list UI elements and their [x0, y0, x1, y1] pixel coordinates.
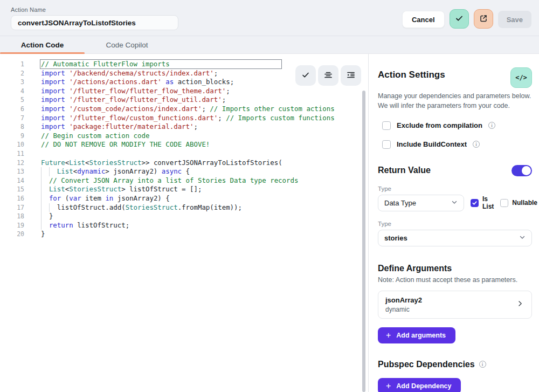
line-number: 14 — [0, 176, 24, 185]
line-number: 2 — [0, 69, 24, 78]
action-name-label: Action Name — [11, 6, 178, 13]
line-number: 17 — [0, 203, 24, 212]
plus-icon: + — [386, 383, 391, 389]
main: 1// Automatic FlutterFlow imports2import… — [0, 54, 539, 392]
format-code-button[interactable] — [318, 65, 338, 86]
editor-scrollbar[interactable] — [362, 91, 365, 392]
validate-code-button[interactable] — [295, 65, 316, 86]
indent-icon — [346, 70, 356, 81]
code-line[interactable]: 18 } — [0, 212, 368, 221]
action-settings-panel: Action Settings </> Manage your dependen… — [369, 54, 539, 392]
return-value-title: Return Value — [378, 166, 431, 175]
code-line[interactable]: 14 // Convert JSON Array into a list of … — [0, 176, 368, 185]
code-line[interactable]: 10// DO NOT REMOVE OR MODIFY THE CODE AB… — [0, 140, 368, 149]
checkbox-unchecked-icon[interactable] — [500, 199, 508, 207]
subtype-label: Type — [378, 221, 532, 227]
line-number: 5 — [0, 95, 24, 105]
tab-action-code[interactable]: Action Code — [0, 36, 85, 53]
action-name-block: Action Name — [11, 6, 178, 30]
code-line[interactable]: 16 for (var item in jsonArray2) { — [0, 194, 368, 203]
line-number: 15 — [0, 185, 24, 194]
line-number: 8 — [0, 122, 24, 132]
is-list-checkbox-row[interactable]: Is List — [471, 195, 494, 210]
panel-description: Manage your dependencies and parameters … — [378, 92, 532, 111]
code-line[interactable]: 20} — [0, 230, 368, 239]
line-number: 20 — [0, 230, 24, 239]
code-line[interactable]: 7import '/flutter_flow/custom_functions.… — [0, 114, 368, 123]
line-number: 7 — [0, 114, 24, 123]
tab-code-copilot[interactable]: Code Copilot — [85, 36, 169, 53]
include-buildcontext-checkbox-row[interactable]: Include BuildContext i — [382, 140, 532, 149]
code-line[interactable]: 6import '/custom_code/actions/index.dart… — [0, 105, 368, 114]
save-button[interactable]: Save — [498, 11, 531, 28]
line-number: 1 — [0, 60, 24, 69]
plus-icon: + — [386, 332, 391, 339]
code-line[interactable]: 8import 'package:flutter/material.dart'; — [0, 122, 368, 132]
exclude-compilation-checkbox-row[interactable]: Exclude from compilation i — [382, 121, 532, 130]
tab-bar: Action Code Code Copilot — [0, 36, 539, 54]
editor-toolbar — [295, 65, 361, 86]
line-number: 13 — [0, 167, 24, 176]
info-icon[interactable]: i — [479, 361, 486, 368]
line-number: 3 — [0, 78, 24, 87]
code-editor[interactable]: 1// Automatic FlutterFlow imports2import… — [0, 54, 369, 392]
info-icon[interactable]: i — [488, 122, 495, 129]
type-label: Type — [378, 185, 532, 192]
indent-code-button[interactable] — [341, 65, 361, 86]
panel-title: Action Settings — [378, 67, 445, 80]
define-arguments-title: Define Arguments — [378, 264, 532, 273]
chevron-down-icon — [451, 199, 458, 207]
open-in-new-button[interactable] — [474, 9, 493, 29]
code-line[interactable]: 15 List<StoriesStruct> listOfStruct = []… — [0, 185, 368, 194]
subtype-select[interactable]: stories — [378, 230, 532, 246]
return-value-toggle[interactable] — [512, 165, 532, 176]
confirm-button[interactable] — [450, 9, 469, 29]
line-number: 16 — [0, 194, 24, 203]
code-line[interactable]: 9// Begin custom action code — [0, 132, 368, 141]
line-number: 12 — [0, 159, 24, 168]
check-icon — [301, 70, 310, 81]
nullable-checkbox-row[interactable]: Nullable — [500, 199, 537, 207]
line-number: 6 — [0, 105, 24, 114]
info-icon[interactable]: i — [473, 141, 480, 148]
code-line[interactable]: 11 — [0, 149, 368, 159]
line-number: 10 — [0, 140, 24, 149]
add-arguments-button[interactable]: + Add arguments — [378, 327, 455, 343]
check-icon — [454, 13, 464, 25]
chevron-right-icon — [516, 300, 524, 310]
code-line[interactable]: 13 List<dynamic> jsonArray2) async { — [0, 167, 368, 176]
checkbox-unchecked-icon[interactable] — [382, 121, 391, 130]
line-number: 19 — [0, 221, 24, 230]
open-in-new-icon — [479, 13, 488, 25]
cancel-button[interactable]: Cancel — [402, 11, 445, 28]
format-code-icon — [323, 70, 333, 81]
pubspec-dependencies-title: Pubspec Dependencies — [378, 360, 475, 369]
add-dependency-button[interactable]: + Add Dependency — [378, 378, 461, 392]
define-arguments-note: Note: Action must accept these as parame… — [378, 276, 532, 284]
checkbox-unchecked-icon[interactable] — [382, 140, 391, 149]
line-number: 9 — [0, 132, 24, 141]
code-line[interactable]: 17 listOfStruct.add(StoriesStruct.fromMa… — [0, 203, 368, 212]
argument-card[interactable]: jsonArray2 dynamic — [378, 291, 532, 319]
data-type-select[interactable]: Data Type — [378, 195, 464, 211]
line-number: 11 — [0, 149, 24, 159]
action-name-input[interactable] — [11, 15, 178, 30]
code-line[interactable]: 4import '/flutter_flow/flutter_flow_them… — [0, 87, 368, 96]
header: Action Name Cancel Save — [0, 0, 539, 36]
checkbox-checked-icon[interactable] — [471, 199, 479, 207]
header-actions: Cancel Save — [402, 10, 531, 29]
code-line[interactable]: 5import '/flutter_flow/flutter_flow_util… — [0, 95, 368, 105]
code-line[interactable]: 19 return listOfStruct; — [0, 221, 368, 230]
code-line[interactable]: 12Future<List<StoriesStruct>> convertJSO… — [0, 159, 368, 168]
line-number: 4 — [0, 87, 24, 96]
chevron-down-icon — [519, 234, 526, 242]
view-code-button[interactable]: </> — [510, 67, 532, 88]
line-number: 18 — [0, 212, 24, 221]
